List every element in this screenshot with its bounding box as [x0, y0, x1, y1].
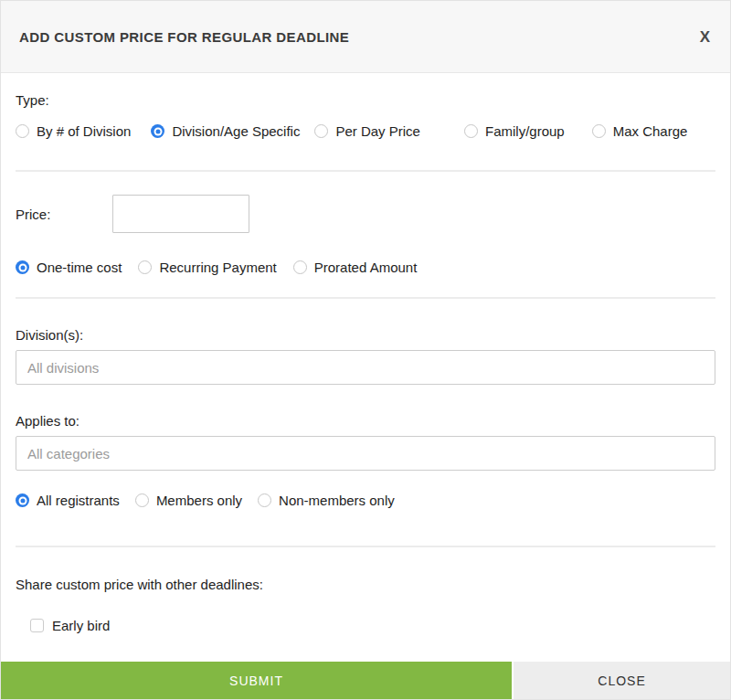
type-radio-group: By # of Division Division/Age Specific P… — [16, 123, 715, 139]
radio-max-charge[interactable]: Max Charge — [592, 123, 688, 139]
early-bird-checkbox-row[interactable]: Early bird — [30, 618, 715, 633]
radio-icon — [16, 493, 29, 507]
radio-label: One-time cost — [37, 260, 122, 275]
radio-one-time-cost[interactable]: One-time cost — [16, 260, 122, 275]
radio-icon — [138, 260, 152, 274]
radio-icon — [16, 260, 29, 274]
modal-header: ADD CUSTOM PRICE FOR REGULAR DEADLINE X — [1, 1, 730, 73]
share-label: Share custom price with other deadlines: — [16, 577, 715, 592]
radio-by-number-of-division[interactable]: By # of Division — [16, 123, 131, 139]
radio-prorated-amount[interactable]: Prorated Amount — [293, 260, 418, 275]
radio-label: Family/group — [485, 123, 565, 139]
price-row: Price: — [16, 195, 715, 233]
type-section: Type: By # of Division Division/Age Spec… — [16, 92, 715, 139]
divider — [16, 170, 715, 172]
radio-family-group[interactable]: Family/group — [464, 123, 565, 139]
radio-label: Per Day Price — [335, 123, 420, 139]
radio-label: Non-members only — [279, 493, 395, 508]
close-button[interactable]: CLOSE — [514, 662, 730, 699]
radio-division-age-specific[interactable]: Division/Age Specific — [151, 123, 300, 139]
price-input[interactable] — [112, 195, 249, 233]
divisions-input[interactable] — [16, 350, 715, 385]
radio-icon — [258, 493, 271, 507]
radio-per-day-price[interactable]: Per Day Price — [314, 123, 420, 139]
radio-members-only[interactable]: Members only — [135, 493, 242, 508]
radio-icon — [464, 124, 478, 138]
modal-footer: SUBMIT CLOSE — [1, 662, 730, 699]
price-label: Price: — [16, 207, 112, 222]
radio-icon — [314, 124, 328, 138]
radio-label: All registrants — [37, 493, 120, 508]
radio-icon — [592, 124, 606, 138]
divisions-section: Division(s): Applies to: All registrants… — [16, 327, 715, 508]
radio-icon — [151, 124, 164, 138]
radio-label: Members only — [156, 493, 242, 508]
radio-label: Prorated Amount — [314, 260, 418, 275]
radio-icon — [135, 493, 149, 507]
checkbox-label: Early bird — [52, 618, 110, 633]
close-icon[interactable]: X — [698, 26, 712, 48]
payment-radio-group: One-time cost Recurring Payment Prorated… — [16, 260, 715, 275]
radio-icon — [16, 124, 29, 138]
radio-all-registrants[interactable]: All registrants — [16, 493, 120, 508]
applies-to-label: Applies to: — [16, 413, 715, 429]
radio-label: Division/Age Specific — [172, 123, 300, 139]
divider — [16, 546, 715, 547]
share-section: Share custom price with other deadlines:… — [16, 577, 715, 633]
radio-label: Recurring Payment — [159, 260, 276, 275]
radio-icon — [293, 260, 307, 274]
checkbox-icon[interactable] — [30, 619, 44, 632]
divisions-label: Division(s): — [16, 327, 715, 343]
radio-label: Max Charge — [613, 123, 688, 139]
price-section: Price: One-time cost Recurring Payment P… — [16, 195, 715, 275]
modal-body: Type: By # of Division Division/Age Spec… — [1, 92, 730, 633]
submit-button[interactable]: SUBMIT — [1, 662, 512, 699]
add-custom-price-modal: ADD CUSTOM PRICE FOR REGULAR DEADLINE X … — [0, 0, 731, 700]
radio-label: By # of Division — [37, 123, 131, 139]
applies-to-input[interactable] — [16, 436, 715, 471]
type-label: Type: — [16, 92, 715, 108]
divider — [16, 297, 715, 299]
radio-recurring-payment[interactable]: Recurring Payment — [138, 260, 276, 275]
modal-title: ADD CUSTOM PRICE FOR REGULAR DEADLINE — [19, 29, 349, 45]
registrant-radio-group: All registrants Members only Non-members… — [16, 493, 715, 508]
radio-non-members-only[interactable]: Non-members only — [258, 493, 395, 508]
